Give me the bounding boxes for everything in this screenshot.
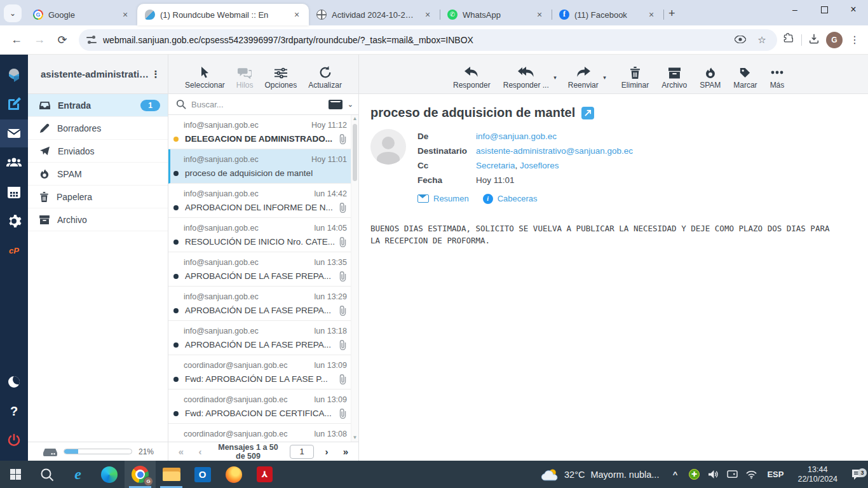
settings-gear-icon[interactable] <box>0 207 28 235</box>
account-menu-icon[interactable]: ⋮ <box>150 69 161 80</box>
tab-close-icon[interactable]: × <box>646 9 657 20</box>
scrollbar-thumb[interactable] <box>353 124 357 181</box>
outlook-icon[interactable]: O <box>187 461 218 488</box>
reply-all-caret-icon[interactable]: ▾ <box>553 74 557 81</box>
list-scrollbar[interactable]: ▲ ▼ <box>351 115 358 442</box>
mark-button[interactable]: Marcar <box>733 67 757 90</box>
antivirus-icon[interactable]: ✚ <box>686 469 702 480</box>
next-page-button[interactable]: › <box>320 446 333 457</box>
reload-button[interactable]: ⟳ <box>52 30 72 50</box>
tab-roundcube-active[interactable]: (1) Roundcube Webmail :: En × <box>137 4 309 25</box>
threads-button[interactable]: Hilos <box>236 67 254 90</box>
list-item[interactable]: info@sanjuan.gob.eclun 13:18 APROBACIÓN … <box>168 321 351 355</box>
from-address-link[interactable]: info@sanjuan.gob.ec <box>476 132 557 141</box>
site-info-icon[interactable] <box>86 36 97 44</box>
keyboard-language[interactable]: ESP <box>762 470 789 479</box>
volume-icon[interactable] <box>705 470 721 479</box>
more-button[interactable]: Más <box>770 66 785 90</box>
cpanel-icon[interactable]: cP <box>0 236 28 264</box>
firefox-icon[interactable] <box>218 461 249 488</box>
folder-sent[interactable]: Enviados <box>28 140 168 163</box>
list-item[interactable]: info@sanjuan.gob.ecHoy 11:01 proceso de … <box>168 149 351 184</box>
reply-all-button[interactable]: Responder ... ▾ <box>503 66 549 90</box>
open-in-new-window-icon[interactable] <box>581 107 594 119</box>
summary-action[interactable]: Resumen <box>417 191 469 206</box>
tab-close-icon[interactable]: × <box>291 9 302 20</box>
tab-close-icon[interactable]: × <box>534 9 545 20</box>
list-item[interactable]: info@sanjuan.gob.ecHoy 11:12 DELEGACION … <box>168 115 351 149</box>
close-window-button[interactable]: × <box>839 0 868 19</box>
start-button[interactable] <box>0 461 31 488</box>
maximize-button[interactable] <box>810 0 839 19</box>
folder-trash[interactable]: Papelera <box>28 186 168 208</box>
acrobat-icon[interactable]: ⅄ <box>249 461 280 488</box>
weather-widget[interactable]: 32°C Mayorm. nubla... <box>533 468 667 481</box>
reply-button[interactable]: Responder <box>453 66 491 90</box>
options-button[interactable]: Opciones <box>264 67 297 90</box>
list-item[interactable]: coordinador@sanjuan.gob.eclun 13:08 <box>168 424 351 442</box>
compose-icon[interactable] <box>0 90 28 118</box>
search-input[interactable] <box>191 100 323 109</box>
archive-button[interactable]: Archivo <box>661 67 687 90</box>
notification-center-icon[interactable]: 3 <box>846 469 868 480</box>
list-item[interactable]: info@sanjuan.gob.eclun 13:35 APROBACIÓN … <box>168 252 351 287</box>
folder-drafts[interactable]: Borradores <box>28 117 168 140</box>
forward-caret-icon[interactable]: ▾ <box>603 74 606 81</box>
clock[interactable]: 13:4422/10/2024 <box>791 465 844 484</box>
scroll-up-icon[interactable]: ▲ <box>351 115 358 123</box>
scroll-down-icon[interactable]: ▼ <box>351 434 358 442</box>
mail-icon[interactable] <box>0 119 28 147</box>
wifi-icon[interactable] <box>743 470 759 479</box>
list-item[interactable]: info@sanjuan.gob.eclun 13:29 APROBACIÓN … <box>168 287 351 321</box>
cc-link-1[interactable]: Secretaria <box>476 161 515 170</box>
folder-inbox[interactable]: Entrada 1 <box>28 94 168 117</box>
tab-close-icon[interactable]: × <box>119 9 131 20</box>
reading-mode-eye-icon[interactable] <box>733 34 748 45</box>
first-page-button[interactable]: « <box>175 446 187 457</box>
tab-close-icon[interactable]: × <box>422 9 433 20</box>
edge-icon[interactable] <box>93 461 125 488</box>
bookmark-star-icon[interactable]: ☆ <box>754 34 770 46</box>
help-icon[interactable]: ? <box>0 397 28 425</box>
list-item[interactable]: coordinador@sanjuan.gob.eclun 13:09 Fwd:… <box>168 390 351 424</box>
forward-button[interactable]: Reenviar ▾ <box>568 66 599 90</box>
contacts-icon[interactable] <box>0 149 28 177</box>
extensions-icon[interactable] <box>783 33 795 47</box>
profile-avatar[interactable]: G <box>826 32 843 48</box>
cc-link-2[interactable]: Joseflores <box>520 161 559 170</box>
list-item[interactable]: coordinador@sanjuan.gob.eclun 13:09 Fwd:… <box>168 355 351 390</box>
roundcube-logo-icon[interactable] <box>0 61 28 89</box>
back-button[interactable]: ← <box>6 30 27 50</box>
taskbar-search-button[interactable] <box>31 461 62 488</box>
dark-mode-moon-icon[interactable] <box>0 368 28 396</box>
page-number-input[interactable] <box>290 445 314 459</box>
address-bar[interactable]: webmail.sanjuan.gob.ec/cpsess5423996997/… <box>79 29 777 51</box>
internet-explorer-icon[interactable]: e <box>62 461 93 488</box>
tab-google[interactable]: Google × <box>25 4 137 25</box>
chrome-icon[interactable]: G <box>125 461 156 488</box>
refresh-button[interactable]: Actualizar <box>308 66 342 90</box>
list-item[interactable]: info@sanjuan.gob.eclun 14:05 RESOLUCIÓN … <box>168 218 351 252</box>
url-text[interactable]: webmail.sanjuan.gob.ec/cpsess5423996997/… <box>103 35 726 45</box>
tab-whatsapp[interactable]: ✆ WhatsApp × <box>440 4 552 25</box>
headers-action[interactable]: iCabeceras <box>483 191 538 206</box>
prev-page-button[interactable]: ‹ <box>194 446 207 457</box>
new-tab-button[interactable]: + <box>668 7 675 20</box>
select-button[interactable]: Seleccionar <box>185 66 225 90</box>
tab-actividad[interactable]: Actividad 2024-10-22 08:00: × <box>309 4 440 25</box>
tray-chevron-icon[interactable]: ^ <box>667 470 683 479</box>
minimize-button[interactable]: – <box>780 0 810 19</box>
search-scope-icon[interactable] <box>329 100 342 109</box>
delete-button[interactable]: Eliminar <box>621 67 649 90</box>
calendar-icon[interactable] <box>0 178 28 206</box>
logout-power-icon[interactable] <box>0 426 28 454</box>
list-item[interactable]: info@sanjuan.gob.eclun 14:42 APROBACION … <box>168 184 351 218</box>
display-connect-icon[interactable] <box>724 470 740 479</box>
file-explorer-icon[interactable] <box>156 461 187 488</box>
folder-spam[interactable]: SPAM <box>28 163 168 186</box>
to-address-link[interactable]: asistente-administrativo@sanjuan.gob.ec <box>476 146 633 156</box>
downloads-icon[interactable] <box>808 33 820 47</box>
search-options-chevron-icon[interactable]: ⌄ <box>348 100 353 109</box>
forward-button[interactable]: → <box>29 30 50 50</box>
last-page-button[interactable]: » <box>339 446 352 457</box>
